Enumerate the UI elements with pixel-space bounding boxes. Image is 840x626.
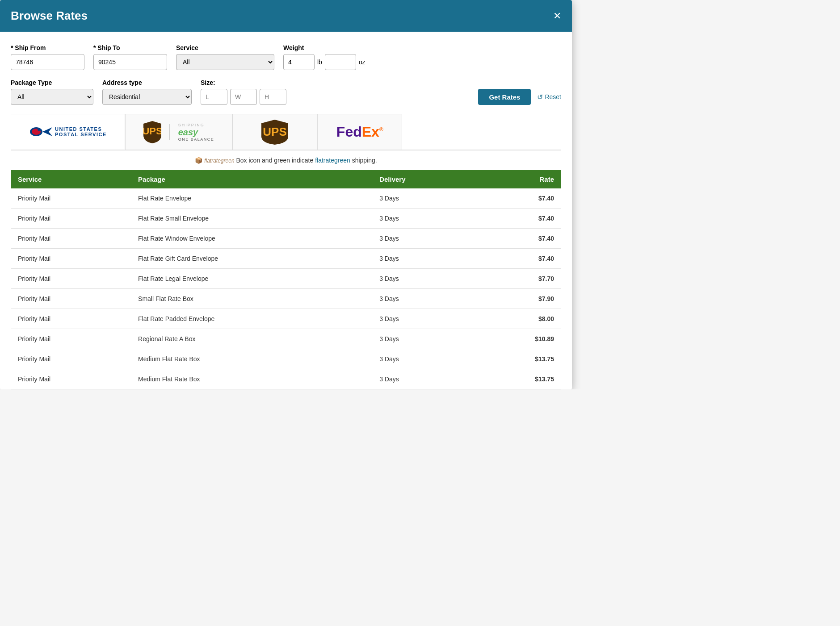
svg-point-3	[38, 128, 40, 131]
divider	[169, 124, 170, 140]
cell-service: Priority Mail	[11, 369, 131, 389]
size-w-input[interactable]	[230, 89, 257, 105]
se-line2: easy	[178, 127, 214, 137]
size-group: Size:	[201, 79, 286, 105]
carrier-tab-ups[interactable]: UPS	[232, 114, 317, 150]
svg-text:UPS: UPS	[263, 125, 287, 138]
cell-delivery: 3 Days	[372, 329, 475, 349]
rates-table: Service Package Delivery Rate Priority M…	[11, 170, 561, 389]
cell-package: Flat Rate Small Envelope	[131, 209, 372, 229]
table-row: Priority Mail Regional Rate A Box 3 Days…	[11, 329, 561, 349]
cell-package: Medium Flat Rate Box	[131, 369, 372, 389]
cell-package: Flat Rate Padded Envelope	[131, 309, 372, 329]
modal-header: Browse Rates ✕	[0, 0, 572, 32]
carrier-tab-fedex[interactable]: FedEx®	[317, 114, 402, 150]
lb-unit: lb	[317, 58, 322, 66]
service-select[interactable]: All Priority Mail Priority Mail Express …	[176, 54, 274, 70]
table-row: Priority Mail Medium Flat Rate Box 3 Day…	[11, 369, 561, 389]
address-type-select[interactable]: Residential Commercial	[102, 89, 192, 105]
form-row-2: Package Type All Flat Rate Your Packagin…	[11, 79, 561, 105]
col-rate: Rate	[475, 170, 561, 188]
col-service: Service	[11, 170, 131, 188]
cell-delivery: 3 Days	[372, 349, 475, 369]
shipping-easy-text: shipping easy ONE BALANCE	[178, 123, 214, 142]
cell-service: Priority Mail	[11, 229, 131, 249]
svg-marker-1	[42, 127, 52, 136]
table-row: Priority Mail Flat Rate Padded Envelope …	[11, 309, 561, 329]
table-row: Priority Mail Flat Rate Legal Envelope 3…	[11, 269, 561, 289]
table-row: Priority Mail Medium Flat Rate Box 3 Day…	[11, 349, 561, 369]
info-bar: 📦 flatrategreen Box icon and green indic…	[11, 150, 561, 170]
carrier-tab-ups-se[interactable]: UPS shipping easy ONE BALANCE	[125, 114, 233, 150]
cell-service: Priority Mail	[11, 309, 131, 329]
cell-package: Regional Rate A Box	[131, 329, 372, 349]
weight-inputs: lb oz	[283, 54, 365, 70]
fedex-fed: Fed	[336, 124, 362, 140]
cell-service: Priority Mail	[11, 188, 131, 209]
table-row: Priority Mail Flat Rate Envelope 3 Days …	[11, 188, 561, 209]
cell-package: Medium Flat Rate Box	[131, 349, 372, 369]
cell-rate: $7.90	[475, 289, 561, 309]
weight-group: Weight lb oz	[283, 44, 365, 70]
cell-package: Flat Rate Window Envelope	[131, 229, 372, 249]
usps-line1: UNITED STATES	[55, 126, 107, 132]
cell-service: Priority Mail	[11, 289, 131, 309]
fedex-ex: Ex	[362, 124, 379, 140]
usps-logo: UNITED STATES POSTAL SERVICE	[29, 123, 107, 141]
reset-button[interactable]: ↺ Reset	[537, 93, 561, 101]
ship-from-label: * Ship From	[11, 44, 84, 51]
cell-rate: $13.75	[475, 349, 561, 369]
size-l-input[interactable]	[201, 89, 227, 105]
cell-delivery: 3 Days	[372, 369, 475, 389]
cell-service: Priority Mail	[11, 269, 131, 289]
cell-delivery: 3 Days	[372, 309, 475, 329]
address-type-label: Address type	[102, 79, 192, 86]
cell-service: Priority Mail	[11, 249, 131, 269]
col-delivery: Delivery	[372, 170, 475, 188]
close-button[interactable]: ✕	[553, 11, 561, 21]
se-line3: ONE BALANCE	[178, 137, 214, 142]
cell-rate: $8.00	[475, 309, 561, 329]
cell-package: Flat Rate Envelope	[131, 188, 372, 209]
cell-delivery: 3 Days	[372, 249, 475, 269]
service-label: Service	[176, 44, 274, 51]
reset-icon: ↺	[537, 93, 543, 101]
cell-package: Flat Rate Gift Card Envelope	[131, 249, 372, 269]
ship-from-group: * Ship From	[11, 44, 84, 70]
size-label: Size:	[201, 79, 286, 86]
get-rates-button[interactable]: Get Rates	[478, 89, 531, 105]
usps-line2: POSTAL SERVICE	[55, 132, 107, 137]
usps-text: UNITED STATES POSTAL SERVICE	[55, 126, 107, 137]
form-actions: Get Rates ↺ Reset	[478, 89, 561, 105]
ship-from-input[interactable]	[11, 54, 84, 70]
cell-delivery: 3 Days	[372, 229, 475, 249]
cell-rate: $13.75	[475, 369, 561, 389]
table-row: Priority Mail Flat Rate Window Envelope …	[11, 229, 561, 249]
flatrategreen-icon-text: flatrategreen	[204, 158, 234, 164]
size-inputs	[201, 89, 286, 105]
cell-package: Flat Rate Legal Envelope	[131, 269, 372, 289]
service-group: Service All Priority Mail Priority Mail …	[176, 44, 274, 70]
ship-to-input[interactable]	[93, 54, 167, 70]
table-row: Priority Mail Flat Rate Small Envelope 3…	[11, 209, 561, 229]
size-h-input[interactable]	[260, 89, 286, 105]
package-type-group: Package Type All Flat Rate Your Packagin…	[11, 79, 93, 105]
fedex-logo: FedEx®	[336, 124, 383, 140]
table-body: Priority Mail Flat Rate Envelope 3 Days …	[11, 188, 561, 389]
flatrategreen-link[interactable]: flatrategreen	[315, 157, 350, 164]
carrier-tabs: UNITED STATES POSTAL SERVICE UPS shippin…	[11, 114, 561, 150]
modal-title: Browse Rates	[11, 9, 88, 23]
weight-lb-input[interactable]	[283, 54, 315, 70]
cell-service: Priority Mail	[11, 329, 131, 349]
usps-eagle-icon	[29, 123, 52, 141]
cell-rate: $10.89	[475, 329, 561, 349]
cell-delivery: 3 Days	[372, 188, 475, 209]
table-row: Priority Mail Flat Rate Gift Card Envelo…	[11, 249, 561, 269]
weight-oz-input[interactable]	[325, 54, 356, 70]
info-icon: 📦	[195, 157, 202, 164]
browse-rates-modal: Browse Rates ✕ * Ship From * Ship To Ser…	[0, 0, 572, 389]
carrier-tab-usps[interactable]: UNITED STATES POSTAL SERVICE	[11, 114, 125, 150]
package-type-select[interactable]: All Flat Rate Your Packaging	[11, 89, 93, 105]
col-package: Package	[131, 170, 372, 188]
table-header-row: Service Package Delivery Rate	[11, 170, 561, 188]
